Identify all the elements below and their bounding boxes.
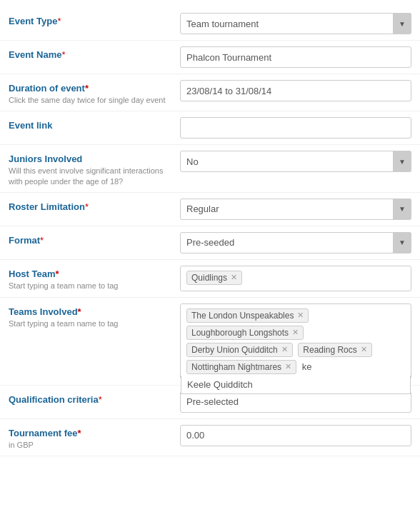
- event-name-input[interactable]: [180, 46, 411, 68]
- roster-required: *: [85, 201, 89, 212]
- duration-sub-label: Click the same day twice for single day …: [9, 95, 173, 105]
- tournament-fee-label: Tournament fee*: [9, 428, 173, 438]
- tag-loughborough-longshots: Loughborough Longshots ✕: [186, 326, 304, 340]
- host-team-tags-container[interactable]: Quidlings ✕: [180, 266, 411, 291]
- duration-input-col: [180, 80, 411, 101]
- tournament-fee-sub-label: in GBP: [9, 440, 173, 450]
- roster-input-col: Regular Limited ▼: [180, 199, 411, 220]
- juniors-label-col: Juniors Involved Will this event involve…: [9, 151, 180, 186]
- tournament-fee-row: Tournament fee* in GBP: [0, 419, 420, 456]
- event-type-select[interactable]: Team tournament Individual tournament Le…: [180, 13, 411, 34]
- teams-involved-sub-label: Start typing a team name to tag: [9, 318, 173, 328]
- juniors-row: Juniors Involved Will this event involve…: [0, 145, 420, 193]
- juniors-select-wrapper: No Yes ▼: [180, 151, 411, 172]
- tag-nottingham-nightmares: Nottingham Nightmares ✕: [186, 360, 296, 374]
- host-team-label: Host Team*: [9, 268, 173, 279]
- event-type-select-wrapper: Team tournament Individual tournament Le…: [180, 13, 411, 34]
- teams-involved-input[interactable]: [302, 361, 331, 372]
- event-name-row: Event Name*: [0, 41, 420, 74]
- host-team-row: Host Team* Start typing a team name to t…: [0, 260, 420, 298]
- format-input-col: Pre-seeded Random draw ▼: [180, 232, 411, 254]
- host-team-required: *: [56, 268, 59, 279]
- duration-row: Duration of event* Click the same day tw…: [0, 74, 420, 111]
- event-link-label-col: Event link: [9, 117, 180, 131]
- teams-involved-input-col: The London Unspeakables ✕ Loughborough L…: [180, 303, 411, 379]
- juniors-sub-label: Will this event involve significant inte…: [9, 166, 173, 186]
- tag-derby-union-quidditch: Derby Union Quidditch ✕: [186, 343, 293, 357]
- duration-label: Duration of event*: [9, 83, 173, 94]
- event-type-required: *: [57, 16, 61, 26]
- roster-select-wrapper: Regular Limited ▼: [180, 199, 411, 220]
- event-type-label-col: Event Type*: [9, 13, 180, 26]
- tag-loughborough-longshots-remove[interactable]: ✕: [292, 328, 299, 337]
- event-name-required: *: [61, 49, 65, 60]
- tournament-fee-input-col: [180, 425, 411, 446]
- teams-involved-row: Teams Involved* Start typing a team name…: [0, 298, 420, 386]
- event-name-input-col: [180, 46, 411, 68]
- event-link-row: Event link: [0, 111, 420, 145]
- event-type-label: Event Type: [9, 16, 57, 26]
- roster-label-col: Roster Limitation*: [9, 199, 180, 212]
- qualification-label: Qualification criteria: [9, 394, 99, 405]
- event-name-label: Event Name: [9, 49, 61, 60]
- host-team-sub-label: Start typing a team name to tag: [9, 281, 173, 291]
- qualification-label-col: Qualification criteria*: [9, 391, 180, 405]
- tag-london-unspeakables-label: The London Unspeakables: [191, 311, 294, 321]
- tag-quidlings-remove[interactable]: ✕: [231, 273, 237, 282]
- tag-quidlings-label: Quidlings: [191, 273, 227, 283]
- roster-select[interactable]: Regular Limited: [180, 199, 411, 220]
- juniors-input-col: No Yes ▼: [180, 151, 411, 172]
- duration-input[interactable]: [180, 80, 411, 101]
- event-type-row: Event Type* Team tournament Individual t…: [0, 7, 420, 41]
- tag-london-unspeakables-remove[interactable]: ✕: [297, 311, 304, 320]
- qualification-input-col: [180, 391, 411, 413]
- format-required: *: [40, 235, 44, 246]
- tag-reading-rocs-label: Reading Rocs: [303, 345, 356, 355]
- tournament-fee-label-col: Tournament fee* in GBP: [9, 425, 180, 450]
- roster-row: Roster Limitation* Regular Limited ▼: [0, 193, 420, 226]
- tag-loughborough-longshots-label: Loughborough Longshots: [191, 328, 289, 338]
- format-label-col: Format*: [9, 232, 180, 246]
- format-label: Format: [9, 235, 40, 246]
- tag-reading-rocs: Reading Rocs ✕: [298, 343, 371, 357]
- tag-derby-union-quidditch-remove[interactable]: ✕: [281, 345, 288, 354]
- teams-involved-container[interactable]: The London Unspeakables ✕ Loughborough L…: [180, 303, 411, 379]
- roster-label: Roster Limitation: [9, 201, 85, 212]
- tag-derby-union-quidditch-label: Derby Union Quidditch: [191, 345, 278, 355]
- juniors-label: Juniors Involved: [9, 154, 173, 164]
- juniors-select[interactable]: No Yes: [180, 151, 411, 172]
- duration-required: *: [85, 83, 89, 94]
- duration-label-col: Duration of event* Click the same day tw…: [9, 80, 180, 105]
- event-link-input-col: [180, 117, 411, 139]
- tag-nottingham-nightmares-label: Nottingham Nightmares: [191, 362, 281, 372]
- host-team-label-col: Host Team* Start typing a team name to t…: [9, 266, 180, 291]
- format-row: Format* Pre-seeded Random draw ▼: [0, 226, 420, 260]
- tag-reading-rocs-remove[interactable]: ✕: [361, 345, 367, 354]
- event-link-label: Event link: [9, 120, 52, 131]
- tournament-fee-input[interactable]: [180, 425, 411, 446]
- format-select[interactable]: Pre-seeded Random draw: [180, 232, 411, 254]
- teams-involved-label: Teams Involved*: [9, 306, 173, 317]
- event-type-input-col: Team tournament Individual tournament Le…: [180, 13, 411, 34]
- event-link-input[interactable]: [180, 117, 411, 139]
- teams-involved-dropdown: Keele Quidditch: [181, 376, 411, 394]
- teams-involved-required: *: [78, 306, 81, 317]
- format-select-wrapper: Pre-seeded Random draw ▼: [180, 232, 411, 254]
- tournament-fee-required: *: [78, 428, 81, 438]
- tag-nottingham-nightmares-remove[interactable]: ✕: [285, 362, 291, 371]
- tag-quidlings: Quidlings ✕: [186, 271, 242, 285]
- suggestion-keele-quidditch[interactable]: Keele Quidditch: [181, 376, 410, 393]
- qualification-required: *: [99, 394, 102, 405]
- tag-london-unspeakables: The London Unspeakables ✕: [186, 308, 309, 323]
- event-name-label-col: Event Name*: [9, 46, 180, 60]
- teams-involved-label-col: Teams Involved* Start typing a team name…: [9, 303, 180, 328]
- qualification-input[interactable]: [180, 391, 411, 413]
- host-team-input-col: Quidlings ✕: [180, 266, 411, 291]
